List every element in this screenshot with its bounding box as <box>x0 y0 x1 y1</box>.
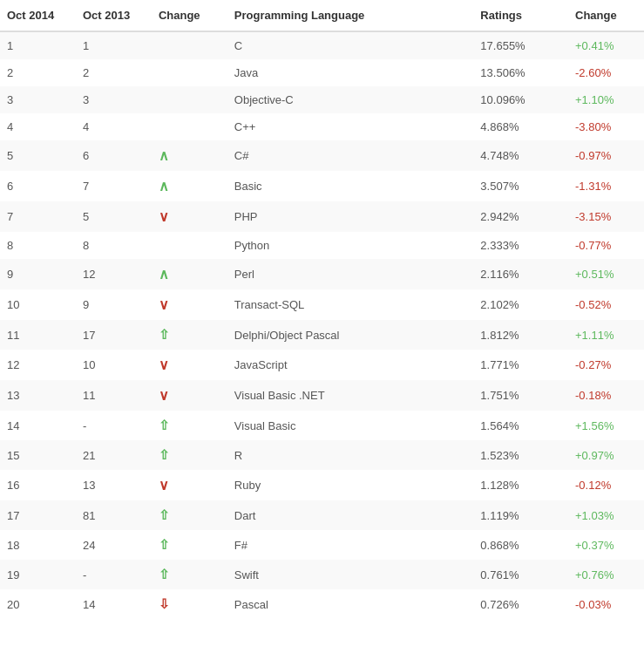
change-value: -3.15% <box>568 201 644 232</box>
rating-value: 4.748% <box>473 140 568 171</box>
table-row: 17 81 ⇧ Dart 1.119% +1.03% <box>0 500 644 530</box>
rank-oct2014: 6 <box>0 171 76 201</box>
language-name: Visual Basic .NET <box>227 380 474 411</box>
rank-oct2013: 5 <box>76 201 152 232</box>
language-name: Pascal <box>227 589 474 619</box>
rating-value: 0.868% <box>473 530 568 560</box>
change-value: -0.52% <box>568 289 644 320</box>
change-value: -0.27% <box>568 350 644 380</box>
change-value: +1.03% <box>568 500 644 530</box>
change-value: -0.97% <box>568 140 644 171</box>
single-down-arrow-icon: ∨ <box>159 357 169 372</box>
change-arrow <box>152 232 227 259</box>
change-arrow <box>152 59 227 86</box>
rank-oct2014: 3 <box>0 86 76 113</box>
rank-oct2014: 5 <box>0 140 76 171</box>
change-arrow: ⇧ <box>152 530 227 560</box>
rank-oct2013: 1 <box>76 31 152 59</box>
rank-oct2014: 16 <box>0 470 76 500</box>
rating-value: 2.116% <box>473 259 568 289</box>
rank-oct2013: 17 <box>76 320 152 350</box>
rank-oct2014: 1 <box>0 31 76 59</box>
single-down-arrow-icon: ∨ <box>159 297 169 312</box>
table-row: 9 12 ∧ Perl 2.116% +0.51% <box>0 259 644 289</box>
table-row: 16 13 ∨ Ruby 1.128% -0.12% <box>0 470 644 500</box>
single-up-arrow-icon: ∧ <box>159 148 169 163</box>
rating-value: 1.812% <box>473 320 568 350</box>
table-row: 11 17 ⇧ Delphi/Object Pascal 1.812% +1.1… <box>0 320 644 350</box>
table-row: 10 9 ∨ Transact-SQL 2.102% -0.52% <box>0 289 644 320</box>
change-value: +0.37% <box>568 530 644 560</box>
language-name: C# <box>227 140 474 171</box>
language-name: Basic <box>227 171 474 201</box>
change-arrow: ⇧ <box>152 500 227 530</box>
rank-oct2013: 10 <box>76 350 152 380</box>
change-arrow <box>152 86 227 113</box>
change-value: +1.10% <box>568 86 644 113</box>
rank-oct2014: 14 <box>0 411 76 440</box>
language-name: R <box>227 440 474 470</box>
rank-oct2014: 2 <box>0 59 76 86</box>
rating-value: 17.655% <box>473 31 568 59</box>
rank-oct2014: 9 <box>0 259 76 289</box>
table-row: 12 10 ∨ JavaScript 1.771% -0.27% <box>0 350 644 380</box>
rank-oct2013: - <box>76 560 152 589</box>
double-up-arrow-icon: ⇧ <box>159 327 170 342</box>
rank-oct2013: 8 <box>76 232 152 259</box>
rank-oct2014: 20 <box>0 589 76 619</box>
rank-oct2014: 12 <box>0 350 76 380</box>
rank-oct2014: 8 <box>0 232 76 259</box>
rank-oct2014: 18 <box>0 530 76 560</box>
single-down-arrow-icon: ∨ <box>159 388 169 403</box>
rating-value: 1.128% <box>473 470 568 500</box>
rating-value: 10.096% <box>473 86 568 113</box>
double-up-arrow-icon: ⇧ <box>159 507 170 522</box>
rating-value: 2.102% <box>473 289 568 320</box>
double-down-arrow-icon: ⇩ <box>159 596 170 611</box>
double-up-arrow-icon: ⇧ <box>159 537 170 552</box>
rating-value: 13.506% <box>473 59 568 86</box>
language-name: Objective-C <box>227 86 474 113</box>
language-name: Perl <box>227 259 474 289</box>
double-up-arrow-icon: ⇧ <box>159 567 170 581</box>
table-row: 19 - ⇧ Swift 0.761% +0.76% <box>0 560 644 589</box>
change-arrow: ⇧ <box>152 560 227 589</box>
change-arrow: ⇧ <box>152 440 227 470</box>
change-arrow <box>152 113 227 140</box>
table-row: 15 21 ⇧ R 1.523% +0.97% <box>0 440 644 470</box>
header-oct2014: Oct 2014 <box>0 0 76 31</box>
change-arrow: ∨ <box>152 380 227 411</box>
language-name: Visual Basic <box>227 411 474 440</box>
rank-oct2013: 13 <box>76 470 152 500</box>
change-value: -0.12% <box>568 470 644 500</box>
change-arrow: ∨ <box>152 350 227 380</box>
rank-oct2013: 3 <box>76 86 152 113</box>
language-name: C++ <box>227 113 474 140</box>
rank-oct2013: 21 <box>76 440 152 470</box>
change-value: -2.60% <box>568 59 644 86</box>
change-value: -1.31% <box>568 171 644 201</box>
rank-oct2013: 14 <box>76 589 152 619</box>
rank-oct2013: 6 <box>76 140 152 171</box>
change-arrow: ∧ <box>152 259 227 289</box>
rank-oct2014: 15 <box>0 440 76 470</box>
rating-value: 3.507% <box>473 171 568 201</box>
table-row: 2 2 Java 13.506% -2.60% <box>0 59 644 86</box>
rating-value: 2.942% <box>473 201 568 232</box>
change-value: -0.18% <box>568 380 644 411</box>
language-name: Transact-SQL <box>227 289 474 320</box>
header-lang: Programming Language <box>227 0 474 31</box>
table-row: 8 8 Python 2.333% -0.77% <box>0 232 644 259</box>
table-row: 3 3 Objective-C 10.096% +1.10% <box>0 86 644 113</box>
language-name: Java <box>227 59 474 86</box>
single-down-arrow-icon: ∨ <box>159 209 169 224</box>
table-row: 20 14 ⇩ Pascal 0.726% -0.03% <box>0 589 644 619</box>
rating-value: 2.333% <box>473 232 568 259</box>
change-arrow: ⇧ <box>152 320 227 350</box>
rank-oct2014: 4 <box>0 113 76 140</box>
table-row: 5 6 ∧ C# 4.748% -0.97% <box>0 140 644 171</box>
rank-oct2013: 11 <box>76 380 152 411</box>
change-value: +1.56% <box>568 411 644 440</box>
table-row: 4 4 C++ 4.868% -3.80% <box>0 113 644 140</box>
rank-oct2013: 2 <box>76 59 152 86</box>
